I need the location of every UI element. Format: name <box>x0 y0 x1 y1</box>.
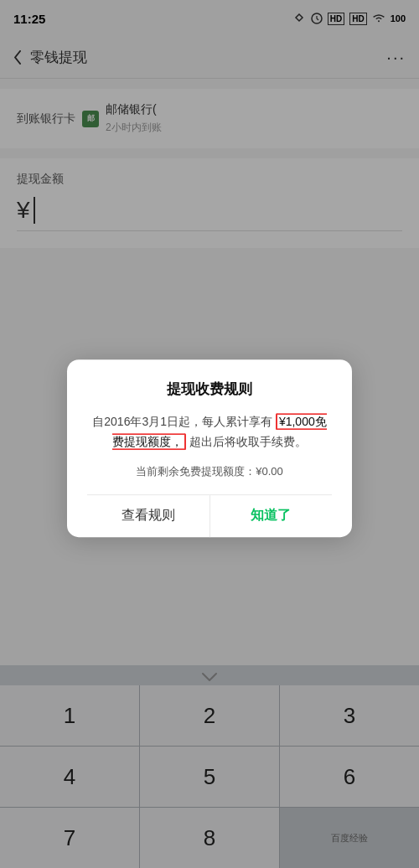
dialog-sub-text: 当前剩余免费提现额度：¥0.00 <box>87 464 332 479</box>
dialog-footer: 查看规则 知道了 <box>87 494 332 537</box>
dialog-body-part2: 超出后将收取手续费。 <box>189 435 307 448</box>
withdrawal-fee-dialog: 提现收费规则 自2016年3月1日起，每人累计享有 ¥1,000免费提现额度， … <box>67 359 352 537</box>
dialog-body: 自2016年3月1日起，每人累计享有 ¥1,000免费提现额度， 超出后将收取手… <box>87 412 332 452</box>
dialog-title: 提现收费规则 <box>87 380 332 399</box>
dialog-body-part1: 自2016年3月1日起，每人累计享有 <box>92 415 272 428</box>
view-rules-button[interactable]: 查看规则 <box>87 495 210 537</box>
confirm-button[interactable]: 知道了 <box>210 495 333 537</box>
